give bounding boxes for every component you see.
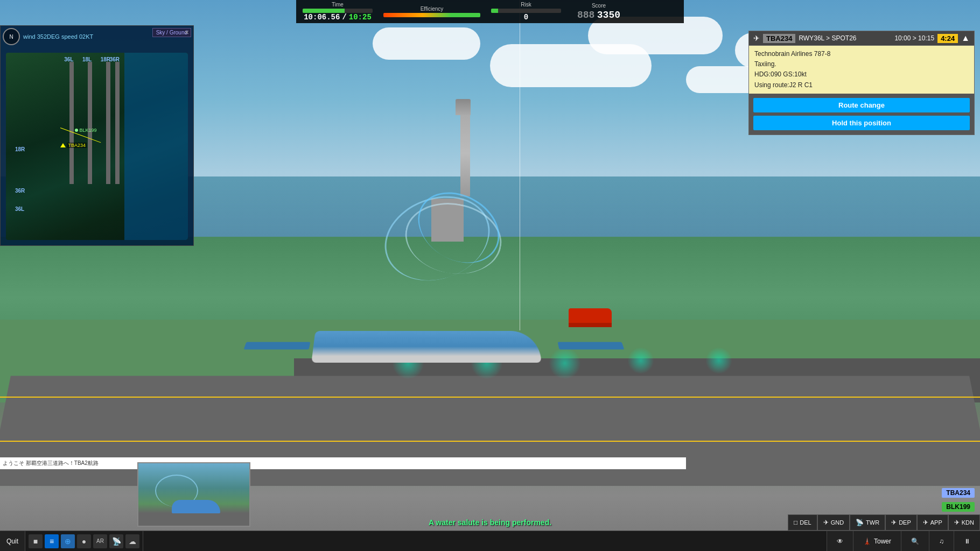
atc-gnd-btn[interactable]: ✈ GND — [817, 514, 850, 531]
quit-button[interactable]: Quit — [0, 531, 25, 551]
gnd-icon: ✈ — [823, 519, 829, 526]
tower-icon: 🗼 — [863, 538, 871, 545]
tag-blk199-label: BLK199 — [942, 502, 975, 512]
view-icon-2[interactable]: ≡ — [45, 534, 59, 548]
camera-btn[interactable]: 👁 — [827, 531, 853, 551]
blk199-label: BLK199 — [79, 128, 96, 133]
minimap-airport: 18L 18R 36L 36R 18R 36R 36L TBA234 BLK19… — [6, 53, 188, 240]
atc-dep-btn[interactable]: ✈ DEP — [885, 514, 917, 531]
minimap-label-36r-side: 36R — [15, 188, 25, 194]
banner-text: ようこそ 那覇空港三道路へ！TBA2航路 — [3, 460, 99, 467]
efficiency-bar-fill — [383, 13, 480, 17]
time-bar — [303, 9, 373, 13]
status-message: A water salute is being performed. — [429, 518, 551, 527]
twr-icon: 📡 — [856, 519, 864, 526]
tag-tba234[interactable]: TBA234 — [942, 487, 975, 499]
top-hud: Time 10:06.56 / 10:25 Efficiency Risk 0 … — [296, 0, 684, 23]
minimap-aircraft-blk199[interactable]: BLK199 — [75, 128, 96, 133]
minimap-label-36l: 36L — [64, 56, 73, 62]
thumbnail-view[interactable] — [137, 462, 250, 527]
time-bar-fill — [303, 9, 345, 13]
tag-blk199[interactable]: BLK199 — [942, 501, 975, 513]
minimap-close-btn[interactable]: × — [185, 28, 189, 37]
view-icon-4[interactable]: ● — [77, 534, 91, 548]
minimap-runway-36r — [115, 62, 120, 183]
dep-label: DEP — [899, 519, 911, 526]
minimap-label-36l-side: 36L — [15, 206, 24, 212]
efficiency-bar — [383, 13, 480, 17]
aircraft-hdg: HDG:090 GS:10kt — [754, 69, 969, 80]
aircraft-icon: ✈ — [753, 34, 760, 43]
time-display: 10:06.56 / 10:25 — [304, 13, 372, 22]
welcome-banner: ようこそ 那覇空港三道路へ！TBA2航路 — [0, 457, 686, 469]
risk-bar — [491, 9, 561, 13]
search-btn[interactable]: 🔍 — [901, 531, 929, 551]
taxi-light-glow — [627, 347, 654, 374]
search-icon: 🔍 — [911, 538, 919, 545]
route-change-btn[interactable]: Route change — [753, 98, 970, 112]
kdn-label: KDN — [962, 519, 974, 526]
control-tower — [460, 110, 470, 196]
hud-efficiency-section: Efficiency — [383, 6, 480, 17]
pause-btn[interactable]: ⏸ — [954, 531, 980, 551]
del-icon: □ — [794, 519, 797, 526]
hud-risk-section: Risk 0 — [491, 2, 561, 22]
atc-twr-btn[interactable]: 📡 TWR — [850, 514, 885, 531]
app-label: APP — [930, 519, 942, 526]
fire-truck — [569, 308, 612, 327]
gnd-label: GND — [831, 519, 844, 526]
pause-icon: ⏸ — [964, 538, 970, 545]
atc-kdn-btn[interactable]: ✈ KDN — [948, 514, 980, 531]
efficiency-label: Efficiency — [421, 6, 444, 12]
music-icon: ♫ — [939, 538, 944, 545]
cloud — [373, 27, 480, 60]
thumb-airplane — [172, 500, 220, 513]
aircraft-info-panel: ✈ TBA234 RWY36L > SPOT26 10:00 > 10:15 4… — [748, 31, 975, 135]
weather-icon[interactable]: ☁ — [125, 534, 139, 548]
minimap-label-18r-side: 18R — [15, 146, 25, 152]
water-salute — [373, 193, 534, 300]
airplane-body — [312, 331, 542, 363]
music-btn[interactable]: ♫ — [929, 531, 954, 551]
time-current: 10:06.56 — [304, 13, 340, 22]
aircraft-time-range: 10:00 > 10:15 — [894, 34, 934, 42]
aircraft-actions: Route change Hold this position — [749, 94, 974, 135]
score-value: 3350 — [597, 10, 620, 20]
aircraft-route: RWY36L > SPOT26 — [799, 34, 891, 42]
dep-icon: ✈ — [891, 519, 897, 526]
minimap-label-18r: 18R — [101, 56, 110, 62]
score-prefix: 888 — [577, 10, 594, 20]
twr-label: TWR — [866, 519, 879, 526]
aircraft-info-box: Technobrain Airlines 787-8 Taxiing. HDG:… — [749, 46, 974, 94]
atc-app-btn[interactable]: ✈ APP — [917, 514, 948, 531]
aircraft-id[interactable]: TBA234 — [763, 34, 795, 43]
tag-tba234-label: TBA234 — [942, 488, 975, 498]
minimap-runway-36l — [69, 62, 74, 183]
view-icon-3[interactable]: ⊕ — [61, 534, 75, 548]
minimap-label-36r: 36R — [110, 56, 120, 62]
atc-del-btn[interactable]: □ DEL — [788, 514, 817, 531]
bottom-right-buttons: 👁 🗼 Tower 🔍 ♫ ⏸ — [827, 531, 980, 551]
hud-time-section: Time 10:06.56 / 10:25 — [303, 2, 373, 22]
view-icon-1[interactable]: ■ — [29, 534, 43, 548]
scroll-up-btn[interactable]: ▲ — [961, 33, 970, 43]
minimap-aircraft-tba234[interactable]: TBA234 — [60, 143, 87, 148]
minimap-label-18l: 18L — [82, 56, 92, 62]
kdn-icon: ✈ — [954, 519, 960, 526]
compass: N — [3, 28, 20, 45]
aircraft-header: ✈ TBA234 RWY36L > SPOT26 10:00 > 10:15 4… — [749, 31, 974, 46]
runway-marking — [0, 441, 980, 442]
aircraft-route-detail: Using route:J2 R C1 — [754, 80, 969, 90]
selection-line — [520, 0, 520, 330]
aircraft-status: Taxiing. — [754, 59, 969, 69]
minimap-runway-18r — [106, 62, 110, 183]
tower-view-btn[interactable]: 🗼 Tower — [853, 531, 901, 551]
minimap-runway-18l — [88, 62, 92, 183]
tba234-label: TBA234 — [67, 143, 87, 148]
signal-icon[interactable]: 📡 — [109, 534, 123, 548]
hold-position-btn[interactable]: Hold this position — [753, 116, 970, 130]
tower-label: Tower — [874, 538, 891, 545]
time-label: Time — [332, 2, 344, 8]
ar-icon[interactable]: AR — [93, 534, 107, 548]
time-target: 10:25 — [349, 13, 372, 22]
